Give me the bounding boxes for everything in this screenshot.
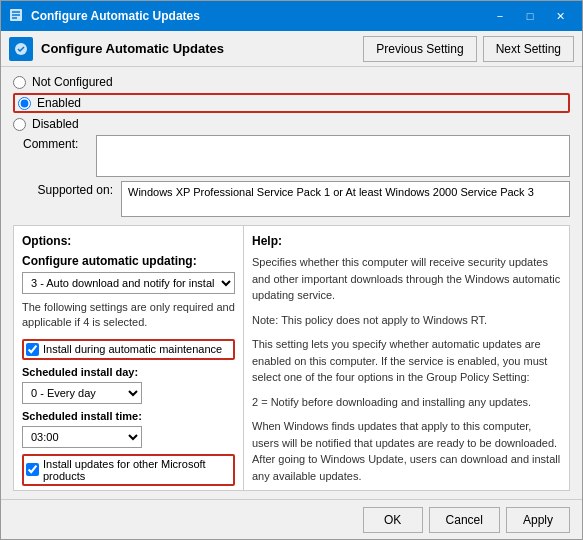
main-panel: Not Configured Enabled Disabled Comment: xyxy=(1,67,582,499)
schedule-day-label: Scheduled install day: xyxy=(22,366,235,378)
radio-enabled[interactable]: Enabled xyxy=(13,93,570,113)
top-bar: Configure Automatic Updates Previous Set… xyxy=(1,31,582,67)
content-area: Configure Automatic Updates Previous Set… xyxy=(1,31,582,539)
maximize-button[interactable]: □ xyxy=(516,6,544,26)
help-title: Help: xyxy=(252,234,561,248)
install-maintenance-checkbox-label[interactable]: Install during automatic maintenance xyxy=(22,339,235,360)
help-text: Specifies whether this computer will rec… xyxy=(252,254,561,490)
options-panel: Options: Configure automatic updating: 3… xyxy=(14,226,244,490)
supported-row: Supported on: Windows XP Professional Se… xyxy=(23,181,570,217)
next-setting-button[interactable]: Next Setting xyxy=(483,36,574,62)
radio-enabled-input[interactable] xyxy=(18,97,31,110)
minimize-button[interactable]: − xyxy=(486,6,514,26)
configure-dropdown[interactable]: 3 - Auto download and notify for install xyxy=(22,272,235,294)
split-panel: Options: Configure automatic updating: 3… xyxy=(13,225,570,491)
radio-not-configured[interactable]: Not Configured xyxy=(13,75,570,89)
cancel-button[interactable]: Cancel xyxy=(429,507,500,533)
install-maintenance-checkbox[interactable] xyxy=(26,343,39,356)
apply-button[interactable]: Apply xyxy=(506,507,570,533)
help-panel: Help: Specifies whether this computer wi… xyxy=(244,226,569,490)
supported-box: Windows XP Professional Service Pack 1 o… xyxy=(121,181,570,217)
previous-setting-button[interactable]: Previous Setting xyxy=(363,36,476,62)
options-note: The following settings are only required… xyxy=(22,300,235,331)
schedule-day-dropdown[interactable]: 0 - Every day xyxy=(22,382,142,404)
help-para-4: When Windows finds updates that apply to… xyxy=(252,418,561,484)
radio-disabled-input[interactable] xyxy=(13,118,26,131)
comment-label: Comment: xyxy=(23,135,88,151)
help-para-2: This setting lets you specify whether au… xyxy=(252,336,561,386)
schedule-time-dropdown[interactable]: 03:00 xyxy=(22,426,142,448)
top-bar-title: Configure Automatic Updates xyxy=(41,41,363,56)
configure-label: Configure automatic updating: xyxy=(22,254,235,268)
install-other-checkbox[interactable] xyxy=(26,463,39,476)
install-other-checkbox-label[interactable]: Install updates for other Microsoft prod… xyxy=(22,454,235,486)
config-section: Not Configured Enabled Disabled Comment: xyxy=(13,75,570,225)
title-bar: Configure Automatic Updates − □ ✕ xyxy=(1,1,582,31)
radio-group: Not Configured Enabled Disabled xyxy=(13,75,570,131)
close-button[interactable]: ✕ xyxy=(546,6,574,26)
help-para-0: Specifies whether this computer will rec… xyxy=(252,254,561,304)
comment-row: Comment: xyxy=(23,135,570,177)
help-para-3: 2 = Notify before downloading and instal… xyxy=(252,394,561,411)
top-bar-buttons: Previous Setting Next Setting xyxy=(363,36,574,62)
title-bar-icon xyxy=(9,8,25,24)
help-para-1: Note: This policy does not apply to Wind… xyxy=(252,312,561,329)
title-bar-title: Configure Automatic Updates xyxy=(31,9,486,23)
supported-label: Supported on: xyxy=(23,181,113,197)
ok-button[interactable]: OK xyxy=(363,507,423,533)
schedule-time-label: Scheduled install time: xyxy=(22,410,235,422)
main-window: Configure Automatic Updates − □ ✕ Config… xyxy=(0,0,583,540)
bottom-bar: OK Cancel Apply xyxy=(1,499,582,539)
top-bar-icon xyxy=(9,37,33,61)
title-bar-controls: − □ ✕ xyxy=(486,6,574,26)
radio-disabled[interactable]: Disabled xyxy=(13,117,570,131)
options-title: Options: xyxy=(22,234,235,248)
comment-textarea[interactable] xyxy=(96,135,570,177)
radio-not-configured-input[interactable] xyxy=(13,76,26,89)
